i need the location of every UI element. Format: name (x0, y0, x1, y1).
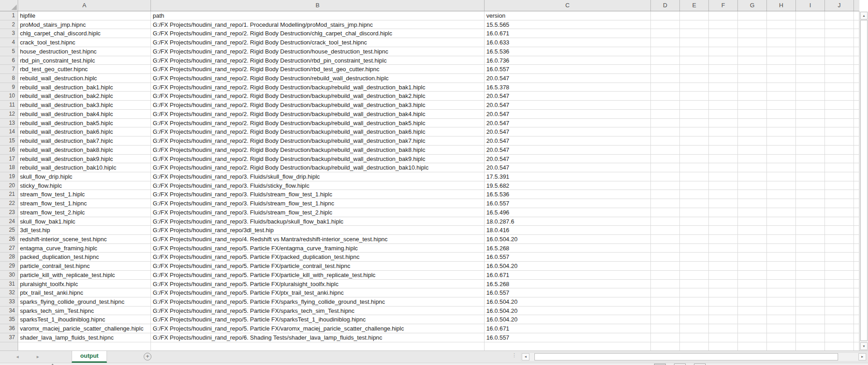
cell-empty[interactable] (680, 110, 709, 119)
cell-empty[interactable] (680, 47, 709, 56)
cell-empty[interactable] (825, 65, 854, 74)
cell-empty[interactable] (767, 56, 796, 65)
cell-empty[interactable] (709, 307, 738, 316)
cell-empty[interactable] (738, 38, 767, 47)
cell-hipfile[interactable]: pluralsight_toolfx.hiplc (18, 280, 151, 289)
cell-empty[interactable] (796, 226, 825, 235)
cell-empty[interactable] (680, 20, 709, 29)
row-number[interactable]: 35 (0, 315, 18, 324)
cell-empty[interactable] (825, 56, 854, 65)
row-number[interactable]: 14 (0, 127, 18, 136)
cell-empty[interactable] (738, 271, 767, 280)
row-number[interactable]: 17 (0, 155, 18, 164)
cell-version[interactable]: version (485, 11, 651, 20)
cell-empty[interactable] (796, 190, 825, 199)
cell-empty[interactable] (825, 208, 854, 217)
cell-empty[interactable] (709, 190, 738, 199)
cell-empty[interactable] (738, 244, 767, 253)
cell-empty[interactable] (709, 333, 738, 342)
cell-version[interactable]: 16.5.268 (485, 244, 651, 253)
cell-empty[interactable] (825, 199, 854, 208)
cell-empty[interactable] (651, 262, 680, 271)
cell-path[interactable]: G:/FX Projects/houdini_rand_repo/3. Flui… (151, 217, 485, 226)
cell-empty[interactable] (796, 181, 825, 190)
cell-path[interactable]: G:/FX Projects/houdini_rand_repo/2. Rigi… (151, 119, 485, 128)
cell-path[interactable]: G:/FX Projects/houdini_rand_repo/2. Rigi… (151, 163, 485, 172)
cell-hipfile[interactable]: rebuild_wall_destruction_bak3.hiplc (18, 101, 151, 110)
row-number[interactable]: 23 (0, 208, 18, 217)
cell-empty[interactable] (738, 110, 767, 119)
cell-empty[interactable] (651, 110, 680, 119)
column-header-g[interactable]: G (738, 0, 767, 11)
cell-empty[interactable] (680, 253, 709, 262)
cell-version[interactable]: 16.0.557 (485, 253, 651, 262)
cell-empty[interactable] (738, 56, 767, 65)
cell-empty[interactable] (709, 244, 738, 253)
cell-hipfile[interactable]: sparks_flying_collide_ground_test.hipnc (18, 297, 151, 307)
cell-empty[interactable] (651, 280, 680, 289)
cell-empty[interactable] (680, 315, 709, 324)
cell-empty[interactable] (651, 315, 680, 324)
row-number[interactable]: 12 (0, 110, 18, 119)
vertical-scrollbar[interactable]: ▲ ▼ (859, 11, 868, 350)
cell-empty[interactable] (796, 101, 825, 110)
cell-hipfile[interactable]: crack_tool_test.hipnc (18, 38, 151, 47)
column-header-d[interactable]: D (651, 0, 680, 11)
cell-version[interactable]: 16.0.557 (485, 333, 651, 342)
cell-version[interactable]: 20.0.547 (485, 110, 651, 119)
sheet-nav-next-icon[interactable]: ► (36, 354, 40, 360)
column-header-e[interactable]: E (680, 0, 709, 11)
cell-empty[interactable] (680, 235, 709, 244)
cell-empty[interactable] (680, 307, 709, 316)
cell-version[interactable]: 18.0.287.6 (485, 217, 651, 226)
cell-path[interactable]: G:/FX Projects/houdini_rand_repo/2. Rigi… (151, 29, 485, 38)
cell-empty[interactable] (796, 74, 825, 83)
cell-path[interactable]: G:/FX Projects/houdini_rand_repo/5. Part… (151, 262, 485, 271)
column-header-j[interactable]: J (825, 0, 854, 11)
cell-version[interactable]: 20.0.547 (485, 101, 651, 110)
cell-empty[interactable] (825, 119, 854, 128)
cell-empty[interactable] (825, 235, 854, 244)
cell-empty[interactable] (709, 324, 738, 333)
cell-empty[interactable] (825, 307, 854, 316)
row-number[interactable]: 15 (0, 136, 18, 146)
cell-empty[interactable] (825, 20, 854, 29)
cell-empty[interactable] (709, 217, 738, 226)
cell-empty[interactable] (738, 262, 767, 271)
cell-version[interactable]: 19.5.682 (485, 181, 651, 190)
cell-empty[interactable] (738, 307, 767, 316)
cell-hipfile[interactable]: packed_duplication_test.hipnc (18, 253, 151, 262)
cell-version[interactable]: 16.0.671 (485, 271, 651, 280)
cell-empty[interactable] (651, 127, 680, 136)
cell-hipfile[interactable]: rbd_test_geo_cutter.hipnc (18, 65, 151, 74)
cell-path[interactable]: G:/FX Projects/houdini_rand_repo/2. Rigi… (151, 83, 485, 92)
cell-hipfile[interactable]: rbd_pin_constraint_test.hiplc (18, 56, 151, 65)
cell-empty[interactable] (796, 155, 825, 164)
cell-empty[interactable] (796, 172, 825, 181)
cell-version[interactable]: 20.0.547 (485, 74, 651, 83)
cell-empty[interactable] (796, 110, 825, 119)
row-number[interactable] (0, 342, 18, 350)
add-sheet-icon[interactable]: + (144, 353, 151, 360)
cell-path[interactable]: G:/FX Projects/houdini_rand_repo/5. Part… (151, 324, 485, 333)
cell-empty[interactable] (738, 208, 767, 217)
cell-empty[interactable] (767, 324, 796, 333)
cell-empty[interactable] (825, 101, 854, 110)
cell-empty[interactable] (825, 342, 854, 350)
cell-empty[interactable] (825, 38, 854, 47)
cell-empty[interactable] (825, 83, 854, 92)
cell-empty[interactable] (796, 333, 825, 342)
cell-empty[interactable] (651, 47, 680, 56)
cell-empty[interactable] (680, 342, 709, 350)
row-number[interactable]: 28 (0, 253, 18, 262)
cell-empty[interactable] (796, 262, 825, 271)
cell-empty[interactable] (767, 38, 796, 47)
cell-empty[interactable] (680, 271, 709, 280)
cell-empty[interactable] (796, 217, 825, 226)
cell-empty[interactable] (709, 74, 738, 83)
cell-version[interactable]: 16.5.268 (485, 280, 651, 289)
row-number[interactable]: 4 (0, 38, 18, 47)
cell-empty[interactable] (825, 297, 854, 307)
cell-empty[interactable] (738, 127, 767, 136)
cell-empty[interactable] (651, 74, 680, 83)
